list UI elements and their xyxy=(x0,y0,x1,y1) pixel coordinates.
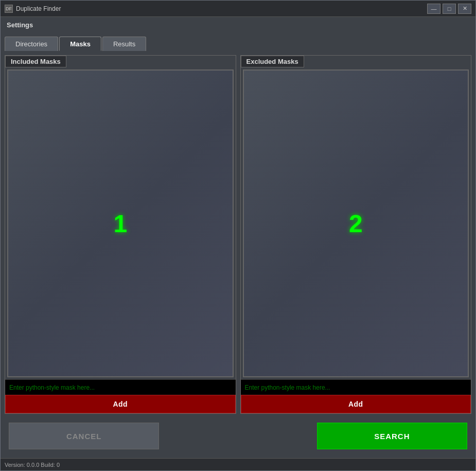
included-list-number: 1 xyxy=(113,210,127,238)
main-window: DF Duplicate Finder — □ ✕ Settings Direc… xyxy=(0,0,476,471)
app-icon: DF xyxy=(5,5,13,13)
excluded-add-button[interactable]: Add xyxy=(241,395,471,413)
excluded-masks-panel: Excluded Masks 2 Add xyxy=(240,55,472,414)
included-masks-list[interactable]: 1 xyxy=(7,69,234,377)
version-text: Version: 0.0.0 Build: 0 xyxy=(5,462,60,468)
settings-label: Settings xyxy=(1,17,475,32)
excluded-list-number: 2 xyxy=(349,210,363,238)
included-mask-input[interactable] xyxy=(5,379,236,395)
masks-row: Included Masks 1 Add Excluded Masks 2 Ad… xyxy=(5,55,471,414)
tab-directories[interactable]: Directories xyxy=(5,37,58,51)
included-masks-header: Included Masks xyxy=(5,56,66,67)
tab-results[interactable]: Results xyxy=(102,37,146,51)
tab-masks[interactable]: Masks xyxy=(59,37,101,51)
bottom-bar: CANCEL SEARCH xyxy=(5,418,471,454)
excluded-masks-list[interactable]: 2 xyxy=(243,69,469,377)
included-masks-panel: Included Masks 1 Add xyxy=(5,55,236,414)
included-add-button[interactable]: Add xyxy=(5,395,236,413)
content-area: Included Masks 1 Add Excluded Masks 2 Ad… xyxy=(1,51,475,458)
window-title: Duplicate Finder xyxy=(16,5,61,12)
excluded-mask-input[interactable] xyxy=(241,379,471,395)
close-button[interactable]: ✕ xyxy=(458,4,471,14)
maximize-button[interactable]: □ xyxy=(443,4,456,14)
search-button[interactable]: SEARCH xyxy=(317,423,467,449)
title-bar: DF Duplicate Finder — □ ✕ xyxy=(1,1,475,17)
minimize-button[interactable]: — xyxy=(427,4,440,14)
tabs-bar: Directories Masks Results xyxy=(1,32,475,51)
cancel-button[interactable]: CANCEL xyxy=(9,423,159,449)
title-bar-controls: — □ ✕ xyxy=(427,4,471,14)
excluded-masks-header: Excluded Masks xyxy=(241,56,304,67)
status-bar: Version: 0.0.0 Build: 0 xyxy=(1,458,475,470)
title-bar-left: DF Duplicate Finder xyxy=(5,5,61,13)
